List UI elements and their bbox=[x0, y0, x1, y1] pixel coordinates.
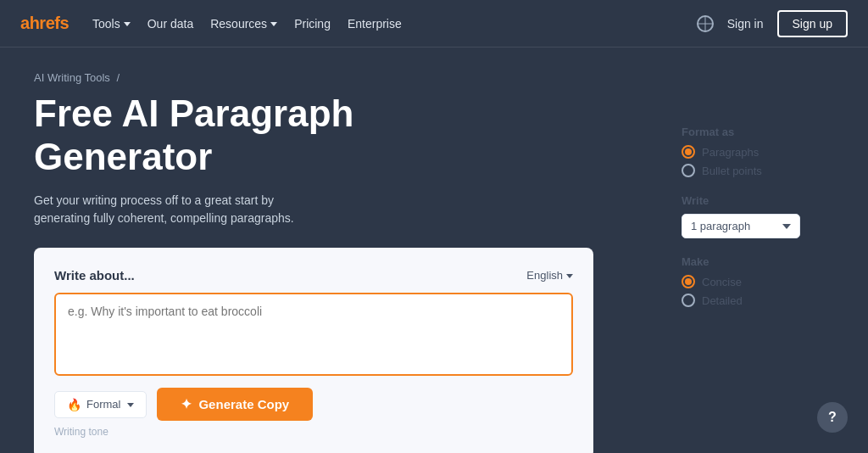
format-bullets-option[interactable]: Bullet points bbox=[682, 164, 834, 177]
radio-inner bbox=[685, 148, 692, 155]
textarea-wrapper bbox=[54, 293, 573, 376]
format-section-title: Format as bbox=[682, 126, 834, 138]
make-section-title: Make bbox=[682, 255, 834, 268]
nav-our-data[interactable]: Our data bbox=[147, 17, 193, 31]
format-paragraphs-option[interactable]: Paragraphs bbox=[682, 145, 834, 159]
tool-card-footer: 🔥 Formal ✦ Generate Copy bbox=[54, 388, 573, 421]
logo[interactable]: ahrefs bbox=[20, 14, 69, 33]
write-section-title: Write bbox=[682, 194, 834, 207]
make-detailed-label: Detailed bbox=[702, 294, 743, 307]
make-concise-radio[interactable] bbox=[682, 275, 695, 288]
navbar: ahrefs Tools Our data Resources Pricing … bbox=[0, 0, 868, 48]
left-column: AI Writing Tools / Free AI Paragraph Gen… bbox=[34, 71, 665, 453]
write-about-label: Write about... bbox=[54, 268, 135, 282]
make-concise-label: Concise bbox=[702, 276, 742, 288]
tool-card-header: Write about... English bbox=[54, 268, 573, 282]
main-textarea[interactable] bbox=[56, 294, 571, 371]
chevron-down-icon bbox=[127, 403, 134, 407]
breadcrumb-separator: / bbox=[116, 71, 120, 84]
generate-copy-button[interactable]: ✦ Generate Copy bbox=[157, 388, 313, 421]
help-button[interactable]: ? bbox=[817, 402, 848, 433]
right-column: Format as Paragraphs Bullet points Write… bbox=[682, 71, 834, 453]
sign-up-button[interactable]: Sign up bbox=[777, 10, 848, 37]
main-content: AI Writing Tools / Free AI Paragraph Gen… bbox=[0, 48, 868, 453]
language-selector[interactable]: English bbox=[526, 269, 573, 282]
format-section: Format as Paragraphs Bullet points bbox=[682, 126, 834, 177]
make-detailed-radio[interactable] bbox=[682, 294, 695, 307]
sign-in-button[interactable]: Sign in bbox=[727, 17, 764, 31]
nav-links: Tools Our data Resources Pricing Enterpr… bbox=[92, 17, 697, 31]
formal-button[interactable]: 🔥 Formal bbox=[54, 391, 147, 418]
breadcrumb-parent[interactable]: AI Writing Tools bbox=[34, 71, 110, 84]
chevron-down-icon bbox=[124, 22, 131, 26]
format-paragraphs-label: Paragraphs bbox=[702, 146, 759, 159]
write-section: Write 1 paragraph 2 paragraphs 3 paragra… bbox=[682, 194, 834, 238]
nav-actions: Sign in Sign up bbox=[697, 10, 848, 37]
chevron-down-icon bbox=[270, 22, 277, 26]
nav-enterprise[interactable]: Enterprise bbox=[348, 17, 402, 31]
writing-tone-label: Writing tone bbox=[54, 426, 573, 438]
page-subtitle: Get your writing process off to a great … bbox=[34, 192, 305, 227]
flame-icon: 🔥 bbox=[67, 398, 81, 411]
format-bullets-label: Bullet points bbox=[702, 165, 762, 177]
plus-icon: ✦ bbox=[181, 396, 192, 412]
format-paragraphs-radio[interactable] bbox=[682, 145, 695, 159]
paragraph-count-select[interactable]: 1 paragraph 2 paragraphs 3 paragraphs bbox=[682, 214, 800, 238]
make-concise-option[interactable]: Concise bbox=[682, 275, 834, 288]
page-title: Free AI Paragraph Generator bbox=[34, 92, 424, 178]
tool-card: Write about... English 🔥 Formal ✦ Genera… bbox=[34, 248, 593, 453]
nav-pricing[interactable]: Pricing bbox=[294, 17, 331, 31]
breadcrumb: AI Writing Tools / bbox=[34, 71, 665, 84]
nav-resources[interactable]: Resources bbox=[210, 17, 277, 31]
make-detailed-option[interactable]: Detailed bbox=[682, 294, 834, 307]
make-section: Make Concise Detailed bbox=[682, 255, 834, 307]
logo-accent: a bbox=[20, 14, 30, 32]
nav-tools[interactable]: Tools bbox=[92, 17, 131, 31]
radio-inner bbox=[685, 278, 692, 285]
chevron-down-icon bbox=[566, 274, 573, 278]
format-bullets-radio[interactable] bbox=[682, 164, 695, 177]
language-icon[interactable] bbox=[697, 15, 714, 32]
